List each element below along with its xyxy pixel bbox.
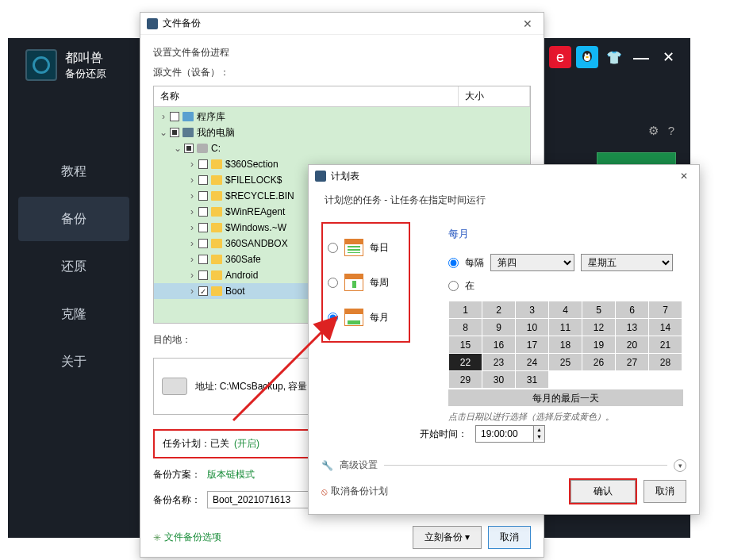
checkbox[interactable] [198, 191, 208, 201]
tshirt-icon[interactable]: 👕 [603, 46, 625, 68]
col-name[interactable]: 名称 [154, 86, 459, 106]
freq-monthly[interactable]: 每月 [328, 300, 404, 335]
checkbox[interactable] [170, 112, 179, 121]
day-cell[interactable]: 26 [582, 354, 616, 371]
expander-icon[interactable]: ⌄ [173, 143, 182, 154]
day-cell[interactable]: 27 [616, 354, 649, 371]
checkbox[interactable] [198, 239, 208, 248]
day-cell[interactable]: 20 [616, 336, 649, 354]
spin-down-icon[interactable]: ▼ [534, 433, 544, 440]
expander-icon[interactable]: › [187, 190, 197, 201]
freq-daily-radio[interactable] [328, 243, 338, 253]
nav-restore[interactable]: 还原 [18, 244, 129, 289]
chevron-down-icon[interactable]: ▾ [674, 459, 686, 472]
expander-icon[interactable]: › [187, 159, 197, 170]
freq-weekly-radio[interactable] [328, 278, 338, 288]
each-radio[interactable] [448, 258, 459, 268]
dlg1-close-icon[interactable]: ✕ [518, 17, 537, 30]
day-cell[interactable]: 19 [582, 336, 616, 354]
ok-button[interactable]: 确认 [571, 480, 636, 503]
day-cell[interactable]: 14 [649, 319, 682, 336]
dlg1-cancel-button[interactable]: 取消 [488, 526, 531, 549]
dlg2-cancel-button[interactable]: 取消 [644, 480, 686, 503]
day-cell[interactable]: 24 [516, 354, 549, 371]
freq-monthly-radio[interactable] [328, 313, 338, 323]
qq-icon[interactable] [576, 46, 598, 68]
nav-about[interactable]: 关于 [18, 339, 129, 384]
checkbox[interactable] [198, 159, 208, 169]
day-cell[interactable]: 23 [482, 354, 516, 371]
checkbox[interactable] [198, 270, 208, 280]
advanced-row[interactable]: 🔧 高级设置 ▾ [321, 458, 686, 472]
start-time-input[interactable] [476, 426, 533, 442]
expander-icon[interactable]: › [159, 111, 168, 122]
day-cell[interactable]: 10 [516, 319, 549, 336]
checkbox[interactable] [170, 128, 179, 137]
day-cell[interactable]: 25 [549, 354, 582, 371]
dlg2-close-icon[interactable]: ✕ [675, 171, 693, 182]
expander-icon[interactable]: › [187, 270, 197, 281]
day-cell[interactable]: 22 [449, 354, 482, 371]
day-cell[interactable]: 1 [449, 301, 482, 319]
expander-icon[interactable]: › [187, 254, 197, 265]
day-cell[interactable]: 12 [582, 319, 616, 336]
last-day-cell[interactable]: 每月的最后一天 [448, 389, 683, 406]
expander-icon[interactable]: › [187, 238, 197, 249]
freq-weekly[interactable]: 每周 [328, 265, 404, 300]
checkbox[interactable] [198, 286, 208, 296]
gear-icon[interactable]: ⚙ [648, 124, 659, 138]
on-radio[interactable] [448, 281, 459, 291]
day-cell[interactable]: 18 [549, 336, 582, 354]
close-icon[interactable]: ✕ [657, 46, 679, 68]
help-icon[interactable]: ? [668, 124, 674, 138]
nav-clone[interactable]: 克隆 [18, 292, 129, 336]
day-cell[interactable]: 11 [549, 319, 582, 336]
expander-icon[interactable]: › [187, 222, 197, 233]
day-cell[interactable]: 4 [549, 301, 582, 319]
expander-icon[interactable]: › [187, 206, 197, 217]
start-time-spinner[interactable]: ▲▼ [475, 425, 545, 443]
nav-tutorial[interactable]: 教程 [18, 149, 129, 194]
tree-row[interactable]: ⌄我的电脑 [154, 125, 530, 140]
day-cell[interactable]: 7 [649, 301, 682, 319]
expander-icon[interactable]: › [187, 286, 197, 297]
day-cell[interactable]: 29 [449, 371, 482, 389]
tree-row[interactable]: ⌄C: [154, 140, 530, 156]
plan-enable-link[interactable]: (开启) [234, 437, 259, 451]
checkbox[interactable] [198, 255, 208, 264]
backup-now-button[interactable]: 立刻备份 ▾ [413, 526, 482, 549]
day-cell[interactable]: 13 [616, 319, 649, 336]
day-cell[interactable]: 5 [582, 301, 616, 319]
day-cell[interactable]: 30 [482, 371, 516, 389]
nav-backup[interactable]: 备份 [18, 197, 129, 241]
day-calendar[interactable]: 1234567891011121314151617181920212223242… [448, 301, 682, 389]
spin-up-icon[interactable]: ▲ [534, 426, 544, 433]
tree-row[interactable]: ›程序库 [154, 109, 530, 125]
day-cell[interactable]: 8 [449, 319, 482, 336]
checkbox[interactable] [198, 175, 208, 185]
expander-icon[interactable]: ⌄ [159, 127, 168, 138]
day-cell[interactable]: 16 [482, 336, 516, 354]
checkbox[interactable] [198, 207, 208, 217]
checkbox[interactable] [184, 144, 194, 153]
day-cell[interactable]: 21 [649, 336, 682, 354]
checkbox[interactable] [198, 223, 208, 232]
day-cell[interactable]: 15 [449, 336, 482, 354]
day-cell[interactable]: 2 [482, 301, 516, 319]
day-cell[interactable]: 31 [516, 371, 549, 389]
ordinal-select[interactable]: 第一第二第三第四最后 [490, 254, 574, 271]
backup-options-link[interactable]: ✳ 文件备份选项 [153, 531, 221, 544]
weibo-icon[interactable]: e [549, 46, 571, 68]
weekday-select[interactable]: 星期一星期二星期三星期四星期五星期六星期日 [581, 254, 673, 271]
day-cell[interactable]: 6 [616, 301, 649, 319]
day-cell[interactable]: 9 [482, 319, 516, 336]
expander-icon[interactable]: › [187, 175, 197, 186]
day-cell[interactable]: 28 [649, 354, 682, 371]
col-size[interactable]: 大小 [459, 86, 530, 106]
scheme-link[interactable]: 版本链模式 [207, 468, 255, 481]
freq-daily[interactable]: 每日 [328, 230, 404, 265]
day-cell[interactable]: 17 [516, 336, 549, 354]
cancel-plan-link[interactable]: ⦸ 取消备份计划 [321, 485, 388, 498]
day-cell[interactable]: 3 [516, 301, 549, 319]
minimize-icon[interactable]: — [630, 46, 652, 68]
